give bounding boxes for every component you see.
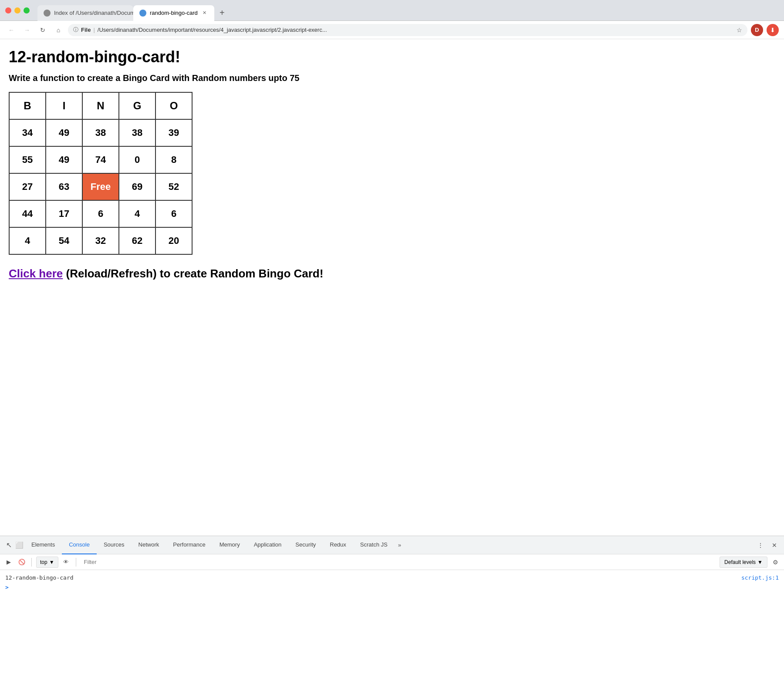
bingo-cell-4-2: 32 [82,227,119,254]
more-tabs-button[interactable]: » [395,536,405,554]
page-content: 12-random-bingo-card! Write a function t… [0,39,784,536]
click-link-paragraph: Click here (Reload/Refresh) to create Ra… [9,267,775,280]
run-script-button[interactable]: ▶ [3,557,14,567]
tab-sources[interactable]: Sources [97,536,132,554]
bingo-row: 55497408 [9,146,192,173]
levels-arrow-icon: ▼ [757,559,763,565]
col-header-o: O [155,92,192,119]
devtools-actions: ⋮ ✕ [754,539,781,551]
devtools-panel: ↖ ⬜ Elements Console Sources Network Per… [0,536,784,675]
bingo-cell-4-1: 54 [46,227,82,254]
tab-favicon-index [44,10,51,17]
col-header-g: G [119,92,155,119]
tab-label-bingo: random-bingo-card [150,10,198,16]
home-button[interactable]: ⌂ [52,24,64,36]
tab-network[interactable]: Network [132,536,166,554]
tab-favicon-bingo [139,10,146,17]
bingo-cell-3-0: 44 [9,200,46,227]
close-button[interactable] [5,7,11,14]
tab-bingo[interactable]: random-bingo-card ✕ [133,5,214,21]
console-source-1[interactable]: script.js:1 [741,574,779,581]
dropdown-arrow-icon: ▼ [49,559,54,565]
bingo-cell-4-0: 4 [9,227,46,254]
tab-bar: Index of /Users/dinanath/Docum... ✕ rand… [37,0,228,21]
tab-scratch[interactable]: Scratch JS [353,536,395,554]
tab-label-index: Index of /Users/dinanath/Docum... [54,10,133,16]
refresh-button[interactable]: ↻ [37,24,49,36]
bingo-cell-0-4: 39 [155,119,192,146]
tab-performance[interactable]: Performance [166,536,212,554]
page-subtitle: Write a function to create a Bingo Card … [9,73,775,83]
bingo-cell-3-1: 17 [46,200,82,227]
tab-memory[interactable]: Memory [213,536,247,554]
bingo-cell-1-2: 74 [82,146,119,173]
maximize-button[interactable] [24,7,30,14]
address-separator: | [93,27,95,33]
bingo-row: 4417646 [9,200,192,227]
chrome-titlebar: Index of /Users/dinanath/Docum... ✕ rand… [0,0,784,21]
tab-elements[interactable]: Elements [24,536,62,554]
address-input[interactable]: ⓘ File | /Users/dinanath/Documents/impor… [68,24,747,36]
col-header-i: I [46,92,82,119]
context-value: top [40,559,47,565]
clear-console-button[interactable]: 🚫 [17,557,27,567]
tab-application[interactable]: Application [247,536,289,554]
bookmark-star-icon[interactable]: ☆ [737,27,742,34]
forward-button[interactable]: → [21,24,33,36]
profile-button[interactable]: D [751,24,763,36]
bingo-row: 3449383839 [9,119,192,146]
levels-label: Default levels [724,559,756,565]
eye-icon[interactable]: 👁 [61,557,71,567]
back-button[interactable]: ← [5,24,17,36]
console-prompt[interactable]: > [5,582,779,592]
console-text-1: 12-random-bingo-card [5,574,74,581]
bingo-table: B I N G O 3449383839554974082763Free6952… [9,92,193,255]
bingo-cell-2-4: 52 [155,173,192,200]
bingo-cell-2-0: 27 [9,173,46,200]
lock-icon: ⓘ [73,26,78,34]
address-bar: ← → ↻ ⌂ ⓘ File | /Users/dinanath/Documen… [0,21,784,39]
tab-index[interactable]: Index of /Users/dinanath/Docum... ✕ [37,5,133,21]
devtools-settings-icon[interactable]: ⚙ [770,557,781,567]
url-text: /Users/dinanath/Documents/important/reso… [98,27,734,33]
tab-console[interactable]: Console [62,536,97,554]
devtools-cursor-icon[interactable]: ↖ [3,540,14,550]
bingo-cell-0-1: 49 [46,119,82,146]
minimize-button[interactable] [14,7,20,14]
console-toolbar: ▶ 🚫 top ▼ 👁 Default levels ▼ ⚙ [0,554,784,570]
console-caret: > [5,584,9,591]
bingo-cell-1-3: 0 [119,146,155,173]
bingo-cell-0-2: 38 [82,119,119,146]
bingo-cell-4-3: 62 [119,227,155,254]
download-button[interactable]: ⬇ [767,24,779,36]
bingo-cell-3-3: 4 [119,200,155,227]
tab-security[interactable]: Security [288,536,323,554]
devtools-kebab-menu[interactable]: ⋮ [754,539,767,551]
bingo-row: 2763Free6952 [9,173,192,200]
bingo-cell-0-0: 34 [9,119,46,146]
devtools-device-icon[interactable]: ⬜ [14,540,24,550]
bingo-cell-1-0: 55 [9,146,46,173]
devtools-tabs-bar: ↖ ⬜ Elements Console Sources Network Per… [0,536,784,554]
toolbar-divider [31,558,32,567]
bingo-cell-2-2: Free [82,173,119,200]
context-dropdown[interactable]: top ▼ [36,557,58,568]
page-title: 12-random-bingo-card! [9,48,775,66]
col-header-b: B [9,92,46,119]
filter-input[interactable] [81,557,717,568]
click-here-link[interactable]: Click here [9,267,63,280]
bingo-cell-3-4: 6 [155,200,192,227]
bingo-cell-2-1: 63 [46,173,82,200]
bingo-cell-2-3: 69 [119,173,155,200]
traffic-lights [5,7,30,14]
tab-close-bingo[interactable]: ✕ [201,10,208,17]
devtools-close-button[interactable]: ✕ [768,539,781,551]
log-levels-button[interactable]: Default levels ▼ [720,557,767,568]
click-here-text: (Reload/Refresh) to create Random Bingo … [66,267,324,280]
bingo-header-row: B I N G O [9,92,192,119]
tab-redux[interactable]: Redux [323,536,353,554]
console-line-1: 12-random-bingo-card script.js:1 [5,573,779,582]
file-label: File [81,27,91,33]
bingo-cell-4-4: 20 [155,227,192,254]
new-tab-button[interactable]: + [216,7,228,19]
